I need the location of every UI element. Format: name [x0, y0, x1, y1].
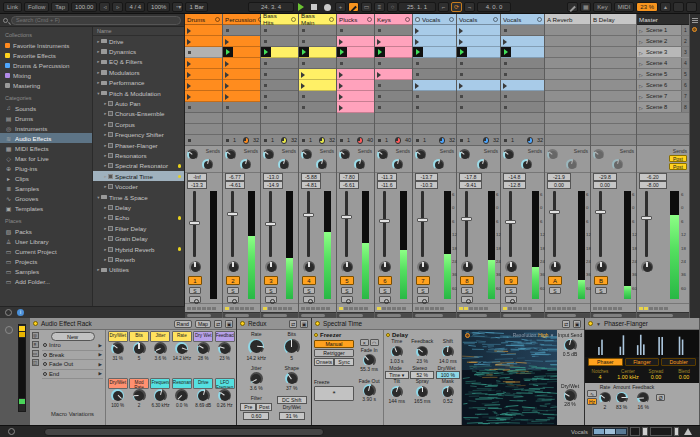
track-status-row[interactable]: 132: [261, 135, 298, 146]
clip-stop-slot[interactable]: [413, 58, 456, 69]
punch-in-button[interactable]: ⌐: [438, 2, 449, 12]
clip-stop-slot[interactable]: [501, 25, 544, 36]
empty-slot[interactable]: [457, 113, 500, 124]
send-b-knob[interactable]: [354, 159, 365, 170]
clip-slot[interactable]: [413, 47, 456, 58]
tree-item-pitch-modulation[interactable]: ▾Pitch & Modulation: [93, 88, 184, 98]
redux-drywet-value[interactable]: 31 %: [279, 412, 305, 420]
empty-slot[interactable]: [501, 113, 544, 124]
param-knob[interactable]: [391, 386, 403, 398]
phaser-mode-tab-flanger[interactable]: Flanger: [625, 358, 660, 366]
redux-hotswap-icon[interactable]: ⇄: [289, 320, 297, 328]
pan-knob[interactable]: [549, 261, 561, 273]
volume-value-box[interactable]: -11.6: [377, 181, 397, 189]
chain-device-block[interactable]: [650, 427, 672, 436]
sidebar-item-user-library[interactable]: ♙User Library: [0, 236, 92, 246]
phaser-feedback-knob[interactable]: [637, 392, 649, 404]
clip-stop-slot[interactable]: [375, 25, 412, 36]
tree-item-echo[interactable]: ▸Echo: [93, 213, 184, 223]
group-unfold-icon[interactable]: [415, 17, 420, 22]
scroll-thumb[interactable]: [301, 314, 325, 317]
clip-stop-slot[interactable]: [299, 58, 336, 69]
spectral-title-bar[interactable]: Spectral Time ⇄ ▣: [312, 318, 584, 330]
automation-arm-button[interactable]: [348, 2, 359, 12]
track-header[interactable]: Vocals: [413, 14, 456, 25]
volume-fader-thumb[interactable]: [595, 210, 606, 214]
io-section-toggle-icon[interactable]: [692, 27, 697, 32]
clip-slot[interactable]: [501, 80, 544, 91]
tap-tempo-button[interactable]: Tap: [51, 2, 69, 12]
tree-item-modulators[interactable]: ▸Modulators: [93, 67, 184, 77]
phaser-param-value[interactable]: 0.00: [670, 374, 698, 380]
draw-mode-button[interactable]: [567, 2, 578, 12]
sidebar-item-drums-percussion[interactable]: Drums & Percussion: [0, 60, 92, 70]
feedback-invert-button[interactable]: Ø: [656, 394, 665, 401]
variation-launch-icon[interactable]: [43, 362, 47, 366]
clip-stop-slot[interactable]: [299, 36, 336, 47]
macro-knob[interactable]: [197, 389, 210, 402]
solo-button[interactable]: S: [417, 287, 429, 294]
track-status-row[interactable]: [637, 135, 689, 146]
delay-led[interactable]: [386, 333, 390, 337]
track-status-row[interactable]: [545, 135, 590, 146]
quantize-menu[interactable]: 1 Bar: [185, 2, 207, 12]
clip-slot[interactable]: [501, 47, 544, 58]
clip-slot[interactable]: [185, 36, 222, 47]
clip-stop-slot[interactable]: [375, 80, 412, 91]
device-chain-overview[interactable]: Vocals: [571, 427, 692, 436]
scroll-thumb[interactable]: [187, 314, 211, 317]
clip-slot[interactable]: [501, 36, 544, 47]
preview-toggle-icon[interactable]: [5, 309, 12, 316]
arm-button[interactable]: [417, 296, 429, 303]
scene-launch-icon[interactable]: ▷: [639, 83, 643, 89]
clip-slot[interactable]: [375, 69, 412, 80]
send-b-knob[interactable]: [566, 159, 577, 170]
phaser-rate-knob[interactable]: [599, 392, 611, 404]
sidebar-item-mastering[interactable]: Mastering: [0, 80, 92, 90]
rack-power-led[interactable]: [33, 321, 38, 326]
track-header[interactable]: B Delay: [591, 14, 636, 25]
clip-slot[interactable]: [457, 47, 500, 58]
send-a-knob[interactable]: [377, 149, 388, 160]
scene-launch-icon[interactable]: ▷: [639, 61, 643, 67]
macro-knob[interactable]: [154, 342, 167, 355]
scroll-thumb[interactable]: [547, 314, 576, 317]
clip-slot[interactable]: [413, 25, 456, 36]
sidebar-item-audio-effects[interactable]: ≋Audio Effects: [0, 133, 92, 143]
spectral-fold-icon[interactable]: ▣: [573, 320, 581, 328]
clip-stop-slot[interactable]: [413, 91, 456, 102]
scroll-thumb[interactable]: [263, 314, 287, 317]
clip-slot[interactable]: [185, 69, 222, 80]
send-b-knob[interactable]: [202, 159, 213, 170]
redux-dc-shift-button[interactable]: DC Shift: [277, 396, 307, 404]
mixer-section-toggle-icon[interactable]: [692, 18, 698, 23]
clip-slot[interactable]: [413, 80, 456, 91]
clip-slot[interactable]: [185, 58, 222, 69]
tree-name-header[interactable]: Name: [93, 27, 184, 36]
scene-row[interactable]: ▷Scene 22: [637, 36, 689, 47]
clip-stop-slot[interactable]: [261, 91, 298, 102]
variation-arrow-icon[interactable]: ▶: [99, 371, 102, 376]
tree-item-auto-pan[interactable]: ▸Auto Pan: [93, 98, 184, 108]
redux-filter-pre-button[interactable]: Pre: [240, 403, 256, 411]
arm-button[interactable]: [341, 296, 353, 303]
tree-item-grain-delay[interactable]: ▸Grain Delay: [93, 233, 184, 243]
clip-stop-slot[interactable]: [375, 58, 412, 69]
info-icon[interactable]: i: [17, 309, 24, 316]
track-activator-button[interactable]: 9: [504, 276, 518, 285]
send-a-knob[interactable]: [547, 149, 558, 160]
chain-device-block[interactable]: [630, 427, 640, 436]
new-variation-button[interactable]: New: [51, 332, 95, 341]
scene-launch-icon[interactable]: ▷: [639, 94, 643, 100]
phaser-mode-tab-doubler[interactable]: Doubler: [661, 358, 696, 366]
peak-level-box[interactable]: -6.77: [225, 173, 245, 181]
clip-slot[interactable]: [457, 80, 500, 91]
redux-title-bar[interactable]: Redux ⇄ ▣: [237, 318, 311, 330]
scene-row[interactable]: ▷Scene 33: [637, 47, 689, 58]
send-a-knob[interactable]: [593, 149, 604, 160]
clip-slot[interactable]: [413, 36, 456, 47]
scene-launch-icon[interactable]: ▷: [639, 105, 643, 111]
param-knob[interactable]: [442, 346, 454, 358]
send-a-knob[interactable]: [339, 149, 350, 160]
clip-stop-slot[interactable]: [457, 91, 500, 102]
